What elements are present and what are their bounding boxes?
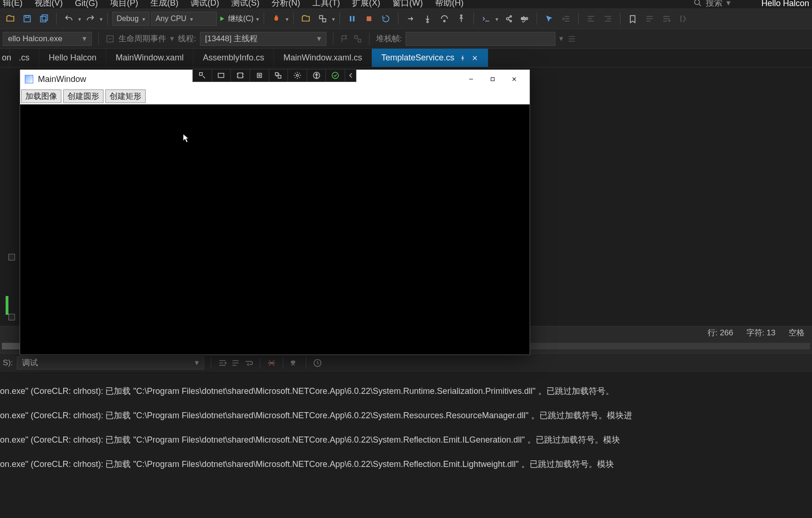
tab-label: MainWindow.xaml [116, 53, 184, 63]
hot-reload-button[interactable] [269, 11, 284, 26]
select-element-icon[interactable] [212, 69, 231, 81]
side-tab[interactable]: on [0, 49, 9, 67]
uncomment-button[interactable] [659, 11, 674, 26]
continue-button[interactable]: 继续(C) [219, 14, 259, 24]
tab-2[interactable]: MainWindow.xaml [106, 49, 193, 67]
menu-project[interactable]: 项目(P) [110, 0, 138, 8]
open-folder-button[interactable] [298, 11, 313, 26]
main-toolbar: Debug Any CPU 继续(C) abc [0, 8, 812, 29]
accessibility-icon[interactable] [307, 69, 326, 81]
thread-select[interactable]: [13448] 主线程 ▾ [200, 32, 326, 46]
maximize-button[interactable] [482, 70, 503, 89]
settings-gear-icon[interactable] [288, 69, 307, 81]
menu-edit[interactable]: 辑(E) [3, 0, 22, 8]
menu-analyze[interactable]: 分析(N) [272, 0, 300, 8]
live-visual-tree-toolbar[interactable] [192, 69, 356, 82]
pause-button[interactable] [345, 11, 360, 26]
save-button[interactable] [20, 11, 35, 26]
menu-build[interactable]: 生成(B) [150, 0, 178, 8]
collapse-toolbar-icon[interactable] [345, 69, 356, 81]
live-share-button[interactable] [500, 11, 515, 26]
svg-rect-5 [42, 15, 48, 21]
menu-debug[interactable]: 调试(D) [191, 0, 219, 8]
char-indicator[interactable]: 字符: 13 [746, 327, 775, 338]
tab-1[interactable]: Hello Halcon [39, 49, 106, 67]
output-panel[interactable]: on.exe" (CoreCLR: clrhost): 已加载 "C:\Prog… [0, 372, 812, 518]
comment-button[interactable] [642, 11, 657, 26]
step-out-button[interactable] [454, 11, 469, 26]
search-box[interactable]: 搜索 ▾ [694, 0, 731, 8]
fold-toggle-icon[interactable] [8, 254, 15, 260]
create-rect-button[interactable]: 创建矩形 [105, 89, 146, 103]
align-left-button[interactable] [583, 11, 598, 26]
menu-window[interactable]: 窗口(W) [392, 0, 423, 8]
tab-0[interactable]: .cs [9, 49, 39, 67]
save-all-button[interactable] [37, 11, 52, 26]
load-image-button[interactable]: 加载图像 [21, 89, 61, 103]
cursor-button[interactable] [542, 11, 557, 26]
lifecycle-icon[interactable] [105, 34, 115, 44]
diagnostic-ok-icon[interactable] [325, 69, 345, 81]
menu-help[interactable]: 帮助(H) [435, 0, 464, 8]
restart-button[interactable] [378, 11, 393, 26]
wrap-icon[interactable] [244, 358, 253, 368]
stop-button[interactable] [362, 11, 376, 26]
close-icon[interactable] [471, 54, 479, 62]
flag-icon[interactable] [340, 34, 349, 44]
line-indicator[interactable]: 行: 266 [708, 327, 733, 338]
document-tabs: on .cs Hello Halcon MainWindow.xaml Asse… [0, 49, 812, 67]
process-select[interactable]: ello Halcon.exe ▾ [3, 32, 92, 46]
hot-reload-icon[interactable] [269, 69, 288, 81]
config-select[interactable]: Debug [112, 12, 149, 26]
step-next-button[interactable] [403, 11, 418, 26]
redo-button[interactable] [83, 11, 98, 26]
create-circle-button[interactable]: 创建圆形 [63, 89, 103, 103]
menu-git[interactable]: Git(G) [75, 0, 98, 8]
track-focused-icon[interactable] [250, 69, 269, 81]
output-line: on.exe" (CoreCLR: clrhost): 已加载 "C:\Prog… [0, 385, 812, 397]
display-layout-icon[interactable] [230, 69, 250, 81]
platform-select[interactable]: Any CPU [151, 12, 217, 26]
menu-view[interactable]: 视图(V) [35, 0, 63, 8]
align-right-button[interactable] [600, 11, 615, 26]
indent-indicator[interactable]: 空格 [789, 327, 805, 338]
stack-settings-icon[interactable] [567, 34, 576, 44]
menu-test[interactable]: 测试(S) [231, 0, 259, 8]
toggle-wrap-icon[interactable] [231, 358, 240, 368]
step-into-button[interactable] [420, 11, 435, 26]
tab-3[interactable]: AssemblyInfo.cs [193, 49, 274, 67]
clear-all-icon[interactable] [267, 358, 276, 368]
svg-rect-2 [24, 15, 30, 22]
tab-5[interactable]: TemplateService.cs [372, 49, 488, 67]
svg-point-36 [316, 74, 317, 74]
stack-label: 堆栈帧: [376, 33, 402, 44]
debug-toolbar: ello Halcon.exe ▾ 生命周期事件 ▾ 线程: [13448] 主… [0, 29, 812, 49]
show-all-files-button[interactable] [315, 11, 330, 26]
menu-ext[interactable]: 扩展(X) [352, 0, 380, 8]
step-over-button[interactable] [437, 11, 452, 26]
threads-icon[interactable] [353, 34, 362, 44]
find-icon[interactable]: ab [290, 358, 299, 368]
fold-toggle-icon[interactable] [8, 314, 15, 320]
open-file-button[interactable] [3, 11, 18, 26]
stack-select[interactable] [406, 32, 555, 46]
tab-4[interactable]: MainWindow.xaml.cs [274, 49, 372, 67]
clock-icon[interactable] [313, 358, 322, 368]
undo-button[interactable] [61, 11, 76, 26]
goto-live-visual-tree-icon[interactable] [193, 69, 212, 81]
intellicode-button[interactable] [479, 11, 494, 26]
pin-icon[interactable] [459, 54, 466, 62]
toggle-button[interactable] [676, 11, 691, 26]
close-button[interactable] [503, 70, 525, 89]
minimize-button[interactable] [460, 70, 482, 89]
svg-rect-3 [26, 15, 29, 17]
spell-check-button[interactable]: abc [517, 11, 532, 26]
clear-output-icon[interactable] [218, 358, 227, 368]
halcon-canvas[interactable] [20, 104, 530, 355]
menu-tools[interactable]: 工具(T) [312, 0, 340, 8]
indent-button[interactable] [559, 11, 574, 26]
svg-rect-19 [354, 36, 357, 38]
bookmark-button[interactable] [625, 11, 640, 26]
output-source-select[interactable]: 调试 ▾ [17, 356, 204, 370]
svg-rect-27 [199, 73, 202, 75]
